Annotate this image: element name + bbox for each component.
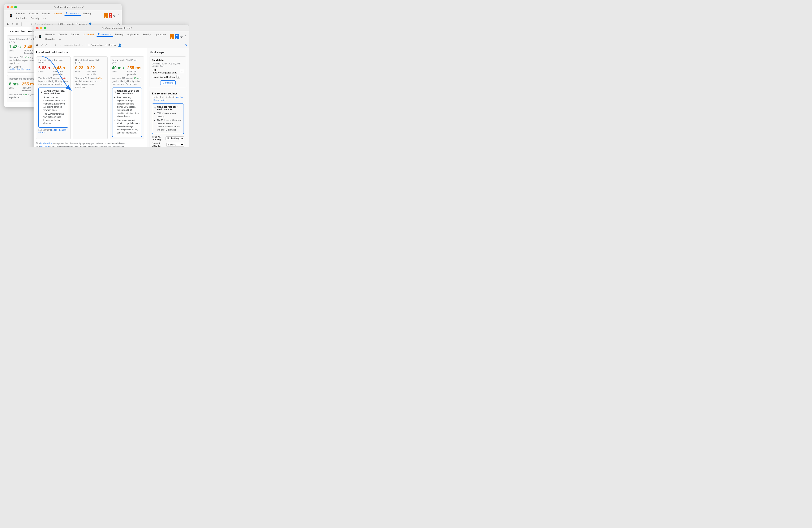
- cls-highlight-front: 0.23: [98, 77, 102, 80]
- clear-button-front[interactable]: ⊘: [44, 43, 48, 47]
- record-button-back[interactable]: ⏺: [6, 22, 10, 26]
- tabs-list-front: Elements Console Sources ⚠ Network Perfo…: [44, 32, 169, 41]
- inp-local-value-front: 40 ms: [112, 66, 124, 70]
- settings-icon-front[interactable]: ⚙: [180, 35, 183, 39]
- next-steps-panel-front: Next steps Field data Collection period:…: [147, 48, 189, 147]
- cpu-select-front[interactable]: No throttling 4x slowdown 6x slowdown: [165, 137, 184, 140]
- tab-network-back[interactable]: Network: [52, 11, 64, 16]
- more-icon-back[interactable]: ⋮: [117, 14, 120, 18]
- tab-memory-front[interactable]: Memory: [114, 32, 125, 37]
- device-icon[interactable]: 📱: [9, 14, 13, 17]
- tabs-toolbar-front: ⬚ 📱 Elements Console Sources ⚠ Network P…: [33, 31, 189, 42]
- inp-field-value-front: 255 ms: [127, 66, 141, 70]
- cls-local-label-front: Local: [75, 70, 83, 73]
- tab-elements-front[interactable]: Elements: [44, 32, 57, 37]
- download-icon-front[interactable]: ↓: [59, 43, 63, 47]
- lcp-consider-front: ▼ Consider your local test conditions Sc…: [39, 87, 68, 128]
- lcp-consider-list-front: Screen size can influence what the LCP e…: [41, 96, 66, 125]
- maximize-button[interactable]: [14, 6, 17, 9]
- download-icon-back[interactable]: ↓: [30, 22, 33, 26]
- refresh-button-front[interactable]: ↺: [40, 43, 44, 47]
- tab-performance-front[interactable]: Performance: [97, 32, 113, 37]
- inp-consider-front: ▼ Consider your local test conditions Re…: [112, 87, 142, 137]
- tab-more-front[interactable]: >>: [57, 37, 63, 41]
- network-row-front: Network: Slow 4G Slow 4G Fast 4G No thro…: [152, 142, 184, 147]
- minimize-button-front[interactable]: [40, 27, 42, 29]
- tab-application-front[interactable]: Application: [126, 32, 140, 37]
- consider-real-users-section: ▼ Consider real user environments 83% of…: [152, 103, 184, 134]
- lcp-consider-title-front: ▼ Consider your local test conditions: [41, 90, 66, 95]
- lcp-local-group-front: 6.88 s Local: [39, 66, 50, 76]
- lcp-local-value-front: 6.88 s: [39, 66, 50, 70]
- more-icon-front[interactable]: ⋮: [184, 35, 187, 39]
- device-icon-front[interactable]: 📱: [39, 35, 42, 39]
- field-data-section-front: Field data Collection period: Aug 27, 20…: [149, 56, 186, 87]
- user-flow-icon-front[interactable]: 👤: [118, 43, 121, 47]
- inp-local-value-back: 8 ms: [9, 82, 19, 86]
- field-data-link[interactable]: field data: [40, 145, 49, 147]
- tab-lighthouse-front[interactable]: Lighthouse: [153, 32, 168, 37]
- local-metrics-link[interactable]: local metrics: [40, 142, 52, 145]
- inp-card-front: Interaction to Next Paint (INP) 40 ms Lo…: [110, 56, 144, 139]
- upload-icon-back[interactable]: ↑: [24, 22, 28, 26]
- settings-record-icon-front[interactable]: ⚙: [184, 43, 187, 47]
- close-button[interactable]: [7, 6, 9, 9]
- tab-console-front[interactable]: Console: [57, 32, 69, 37]
- warning-badge-front: ▲ 1: [170, 34, 174, 39]
- url-select-front[interactable]: ▾: [180, 70, 184, 73]
- cls-field-label-front: Field 75thpercentile: [87, 70, 96, 76]
- lcp-desc-front: Your local LCP value of 6.88 s is poor, …: [39, 77, 68, 86]
- tab-performance-back[interactable]: Performance: [64, 11, 81, 16]
- screenshots-checkbox-front[interactable]: Screenshots: [88, 44, 103, 46]
- devtools-window-front: DevTools - fonts.google.com/ ⬚ 📱 Element…: [33, 25, 189, 147]
- lcp-element-link-back[interactable]: div.tile__text.tile__edu...: [9, 68, 31, 70]
- toolbar-icons-back: ▲ 3 ⚑ 2 ⚙ ⋮: [104, 13, 120, 18]
- inspector-icon[interactable]: ⬚: [6, 14, 9, 17]
- lcp-local-label-back: Local: [9, 49, 21, 52]
- tab-sources-back[interactable]: Sources: [40, 11, 52, 16]
- maximize-button-front[interactable]: [44, 27, 46, 29]
- inp-local-label-back: Local: [9, 86, 19, 89]
- lcp-local-group-back: 1.42 s Local: [9, 44, 21, 55]
- tab-memory-back[interactable]: Memory: [82, 11, 93, 16]
- tab-network-front[interactable]: ⚠ Network: [82, 32, 96, 37]
- inp-highlight-back: 8 ms: [23, 94, 28, 96]
- upload-icon-front[interactable]: ↑: [54, 43, 57, 47]
- refresh-button-back[interactable]: ↺: [11, 22, 14, 26]
- memory-checkbox-front[interactable]: Memory: [105, 44, 116, 46]
- field-data-title-front: Field data: [152, 59, 184, 62]
- network-label-front: Network: Slow 4G: [152, 142, 166, 147]
- minimize-button[interactable]: [11, 6, 13, 9]
- metrics-panel-front: Local and field metrics Largest Contentf…: [33, 48, 147, 147]
- settings-icon-back[interactable]: ⚙: [113, 14, 116, 17]
- consider-real-title: ▼ Consider real user environments: [154, 105, 182, 111]
- close-button-front[interactable]: [36, 27, 39, 29]
- title-bar-front: DevTools - fonts.google.com/: [33, 25, 189, 31]
- tab-more-back[interactable]: >>: [42, 16, 48, 20]
- configure-button-front[interactable]: Configure: [160, 80, 176, 85]
- env-settings-title-front: Environment settings: [152, 92, 184, 95]
- tab-application-back[interactable]: Application: [14, 16, 29, 20]
- lcp-field-group-front: 3.48 s Field 75thpercentile: [54, 66, 65, 76]
- tab-recorder-front[interactable]: Recorder: [44, 37, 56, 41]
- title-bar-back: DevTools - fonts.google.com/: [4, 4, 122, 10]
- inp-local-label-front: Local: [112, 70, 124, 73]
- lcp-title-front: Largest Contentful Paint (LCP): [39, 59, 68, 64]
- main-content-front: Local and field metrics Largest Contentf…: [33, 48, 189, 147]
- simulate-link[interactable]: simulate different devices.: [152, 96, 184, 101]
- tab-console-back[interactable]: Console: [28, 11, 40, 16]
- tab-security-front[interactable]: Security: [141, 32, 153, 37]
- cpu-label-front: CPU: No throttling: [152, 136, 165, 141]
- consider-real-list: 83% of users are on desktop. The 75th pe…: [154, 112, 182, 131]
- cls-title-front: Cumulative Layout Shift (CLS): [75, 59, 105, 64]
- record-button-front[interactable]: ⏺: [35, 43, 39, 47]
- lcp-element-link-front[interactable]: h1.tile__header--title.ma...: [39, 129, 67, 133]
- tab-security-back[interactable]: Security: [29, 16, 41, 20]
- inspector-icon-front[interactable]: ⬚: [35, 35, 38, 39]
- clear-button-back[interactable]: ⊘: [15, 22, 19, 26]
- device-select-front[interactable]: ▾: [176, 75, 180, 79]
- cls-field-value-front: 0.22: [87, 66, 96, 70]
- tab-elements-back[interactable]: Elements: [14, 11, 27, 16]
- tab-sources-front[interactable]: Sources: [69, 32, 81, 37]
- network-select-front[interactable]: Slow 4G Fast 4G No throttling: [166, 143, 184, 147]
